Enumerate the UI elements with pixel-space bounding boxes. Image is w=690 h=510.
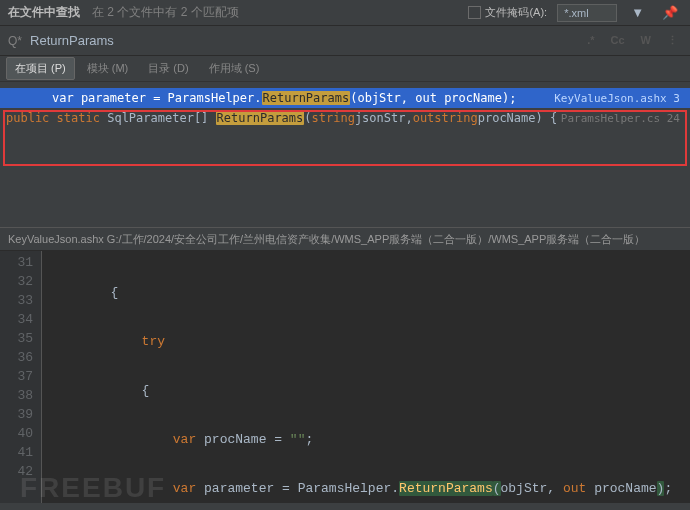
more-icon[interactable]: ⋮ [663,32,682,49]
case-toggle[interactable]: Cc [607,32,629,49]
file-mask-input[interactable] [557,4,617,22]
scope-directory-tab[interactable]: 目录 (D) [140,58,196,79]
code-content[interactable]: { try { var procName = ""; var parameter… [42,251,690,503]
file-mask-checkbox[interactable]: 文件掩码(A): [468,5,547,20]
scope-scope-tab[interactable]: 作用域 (S) [201,58,268,79]
search-row: Q* .* Cc W ⋮ [0,26,690,56]
words-toggle[interactable]: W [637,32,655,49]
scope-project-tab[interactable]: 在项目 (P) [6,57,75,80]
result-row[interactable]: var parameter = ParamsHelper.ReturnParam… [0,88,690,108]
search-icon: Q* [8,34,22,48]
header-title: 在文件中查找 [8,4,80,21]
find-in-files-header: 在文件中查找 在 2 个文件中有 2 个匹配项 文件掩码(A): ▼ 📌 [0,0,690,26]
scope-tabs: 在项目 (P) 模块 (M) 目录 (D) 作用域 (S) [0,56,690,82]
result-row[interactable]: public static SqlParameter[] ReturnParam… [0,108,690,128]
line-gutter: 313233 343536 373839 404142 [0,251,42,503]
search-input[interactable] [30,33,583,48]
pin-icon[interactable]: 📌 [658,3,682,22]
result-file-badge: KeyValueJson.ashx 3 [554,92,680,105]
regex-toggle[interactable]: .* [583,32,598,49]
scope-module-tab[interactable]: 模块 (M) [79,58,137,79]
search-results: var parameter = ParamsHelper.ReturnParam… [0,82,690,227]
breadcrumb: KeyValueJson.ashx G:/工作/2024/安全公司工作/兰州电信… [0,227,690,251]
result-file-badge: ParamsHelper.cs 24 [561,112,680,125]
match-count: 在 2 个文件中有 2 个匹配项 [92,4,468,21]
code-editor[interactable]: 313233 343536 373839 404142 { try { var … [0,251,690,503]
filter-icon[interactable]: ▼ [627,3,648,22]
